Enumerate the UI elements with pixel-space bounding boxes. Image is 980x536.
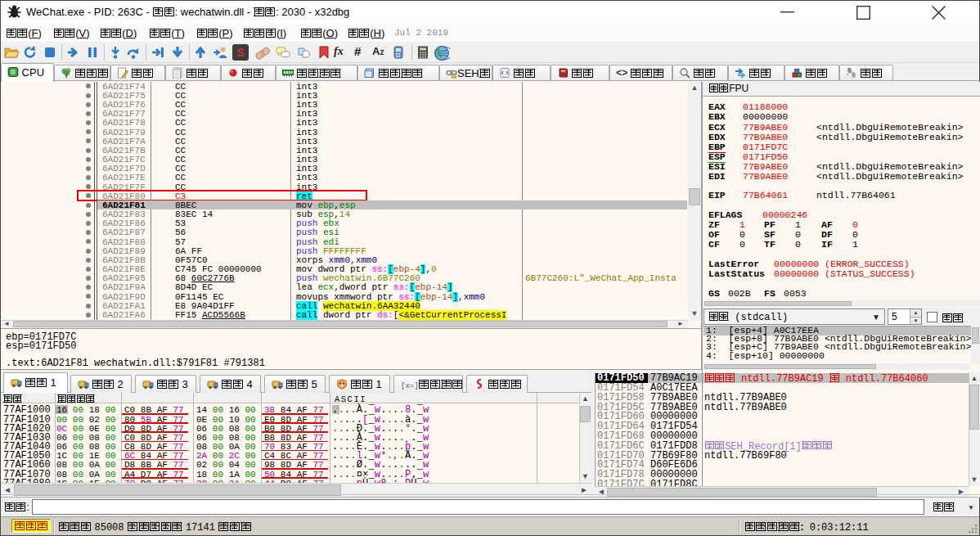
svg-text:<>: <> (616, 68, 627, 79)
